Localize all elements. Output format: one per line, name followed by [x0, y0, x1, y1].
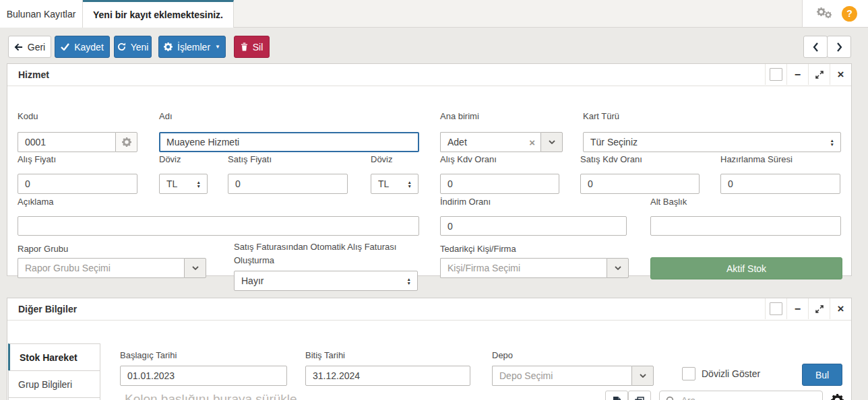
doviz-satis-select[interactable]: TL ▲▼ — [371, 174, 418, 194]
new-label: Yeni — [131, 42, 149, 53]
aktif-stok-button[interactable]: Aktif Stok — [650, 257, 842, 279]
side-tab-stok-hareket[interactable]: Stok Hareket — [8, 343, 100, 371]
alis-fiyati-label: Alış Fiyatı — [18, 154, 56, 165]
hazirlanma-input[interactable] — [720, 174, 840, 194]
help-icon: ? — [846, 8, 852, 19]
diger-panel-body: Stok Hareket Grup Bilgileri Ek Alan Bilg… — [7, 321, 851, 400]
alis-kdv-input[interactable] — [440, 174, 559, 194]
search-icon — [666, 396, 675, 400]
dovizli-goster-checkbox[interactable] — [682, 367, 695, 380]
panel-checkbox[interactable] — [765, 64, 786, 85]
select-arrows-icon: ▲▼ — [830, 139, 834, 146]
new-button[interactable]: Yeni — [114, 36, 152, 58]
kodu-label: Kodu — [18, 111, 38, 122]
grid-search-field — [659, 391, 823, 400]
back-button[interactable]: Geri — [8, 36, 51, 58]
doviz-alis-select[interactable]: TL ▲▼ — [159, 174, 208, 194]
ana-birimi-input[interactable]: Adet × — [440, 132, 540, 152]
grid-search-input[interactable] — [680, 395, 816, 400]
nav-prev-button[interactable] — [803, 36, 828, 58]
grid-settings-gear-icon[interactable] — [831, 394, 844, 400]
dovizli-goster-field: Dövizli Göster — [682, 367, 760, 380]
hazirlanma-label: Hazırlanma Süresi — [720, 154, 793, 165]
kodu-input[interactable]: 0001 — [18, 132, 115, 152]
tedarikci-label: Tedarikçi Kişi/Firma — [440, 244, 516, 255]
tab-yeni-kayit[interactable]: Yeni bir kayıt eklemektesiniz. — [83, 0, 234, 28]
otomatik-fatura-label: Satış Faturasından Otomatik Alış Faturas… — [234, 240, 431, 267]
depo-label: Depo — [492, 350, 513, 361]
rapor-grubu-field: Rapor Grubu Seçimi — [18, 258, 206, 278]
tedarikci-dropdown-button[interactable] — [607, 258, 629, 278]
alis-fiyati-input[interactable] — [18, 174, 137, 194]
copy-icon — [635, 397, 644, 400]
collapse-icon[interactable]: − — [786, 298, 808, 319]
settings-gears-icon[interactable] — [817, 7, 833, 20]
help-button[interactable]: ? — [842, 6, 857, 22]
check-icon — [61, 43, 69, 51]
adi-label: Adı — [159, 111, 173, 122]
otomatik-fatura-select[interactable]: Hayır ▲▼ — [234, 271, 418, 291]
indirim-label: İndirim Oranı — [440, 197, 491, 207]
excel-icon: x — [613, 396, 621, 400]
expand-icon[interactable] — [808, 64, 830, 85]
tab-bar: Bulunan Kayıtlar Yeni bir kayıt eklemekt… — [0, 0, 868, 28]
doviz-satis-label: Döviz — [371, 154, 393, 165]
dovizli-goster-label: Dövizli Göster — [702, 368, 760, 379]
delete-label: Sil — [253, 42, 264, 53]
satis-kdv-label: Satış Kdv Oranı — [580, 154, 642, 165]
panel-checkbox[interactable] — [765, 298, 786, 319]
baslangic-label: Başlagıç Tarihi — [120, 350, 177, 361]
aciklama-label: Açıklama — [18, 197, 53, 207]
depo-input[interactable]: Depo Seçimi — [492, 366, 631, 386]
rapor-grubu-dropdown-button[interactable] — [184, 258, 206, 278]
satis-fiyati-input[interactable] — [228, 174, 348, 194]
arrow-left-icon — [14, 43, 23, 51]
side-tab-grup-bilgileri[interactable]: Grup Bilgileri — [8, 370, 100, 398]
rapor-grubu-input[interactable]: Rapor Grubu Seçimi — [18, 258, 184, 278]
indirim-input[interactable] — [440, 216, 627, 236]
depo-dropdown-button[interactable] — [631, 366, 654, 386]
copy-button[interactable] — [628, 391, 651, 400]
aciklama-input[interactable] — [18, 216, 419, 236]
ana-birimi-dropdown-button[interactable] — [540, 132, 563, 152]
gear-icon — [122, 137, 131, 147]
operations-button[interactable]: İşlemler ▼ — [158, 36, 226, 58]
save-button[interactable]: Kaydet — [55, 36, 110, 58]
panel-controls: − × — [765, 64, 851, 85]
close-icon[interactable]: × — [830, 298, 851, 319]
chevron-down-icon — [549, 140, 555, 144]
adi-input[interactable] — [159, 132, 419, 152]
depo-field: Depo Seçimi — [492, 366, 654, 386]
satis-kdv-input[interactable] — [580, 174, 700, 194]
delete-button[interactable]: Sil — [234, 36, 270, 58]
select-arrows-icon: ▲▼ — [408, 180, 412, 188]
trash-icon — [241, 42, 248, 51]
bitis-input[interactable] — [305, 366, 470, 386]
close-icon[interactable]: × — [830, 64, 851, 85]
hizmet-panel-body: Kodu 0001 Adı Ana birimi Adet × Kart Tür… — [7, 86, 851, 276]
alt-baslik-label: Alt Başlık — [650, 197, 687, 207]
expand-icon[interactable] — [808, 298, 830, 319]
side-tab-ek-alan-bilgileri[interactable]: Ek Alan Bilgileri — [8, 397, 100, 400]
excel-export-button[interactable]: x — [605, 391, 628, 400]
panel-title: Hizmet — [7, 69, 49, 80]
clear-icon[interactable]: × — [529, 137, 535, 148]
bul-button[interactable]: Bul — [802, 364, 842, 386]
panel-controls: − × — [765, 298, 851, 319]
tedarikci-input[interactable]: Kişi/Firma Seçimi — [440, 258, 607, 278]
alis-kdv-label: Alış Kdv Oranı — [440, 154, 497, 165]
select-arrows-icon: ▲▼ — [197, 180, 201, 188]
app-window: Bulunan Kayıtlar Yeni bir kayıt eklemekt… — [0, 0, 868, 400]
kodu-gear-button[interactable] — [115, 132, 137, 152]
refresh-icon — [117, 42, 126, 51]
chevron-down-icon — [615, 266, 621, 270]
nav-next-button[interactable] — [827, 36, 851, 58]
tedarikci-field: Kişi/Firma Seçimi — [440, 258, 629, 278]
tab-bulunan-kayitlar[interactable]: Bulunan Kayıtlar — [0, 0, 83, 28]
rapor-grubu-label: Rapor Grubu — [18, 244, 68, 255]
caret-down-icon: ▼ — [215, 44, 220, 50]
collapse-icon[interactable]: − — [786, 64, 808, 85]
baslangic-input[interactable] — [120, 366, 287, 386]
kart-turu-select[interactable]: Tür Seçiniz ▲▼ — [583, 132, 841, 152]
alt-baslik-input[interactable] — [650, 216, 841, 236]
